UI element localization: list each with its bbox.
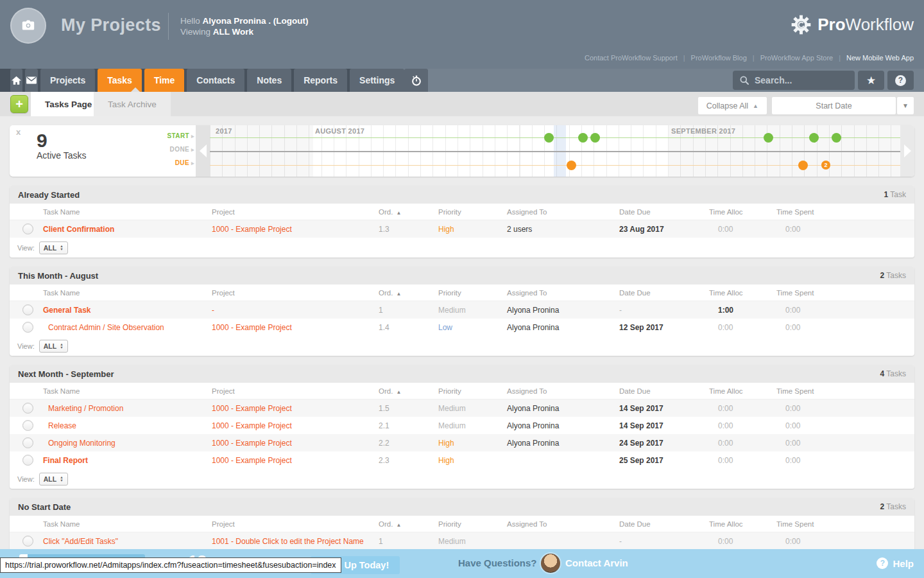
task-radio-button[interactable] bbox=[22, 304, 33, 315]
column-header[interactable]: Time Alloc bbox=[709, 520, 776, 528]
column-header[interactable]: Ord.▲ bbox=[379, 387, 438, 395]
task-radio-button[interactable] bbox=[22, 437, 33, 448]
column-header[interactable]: Date Due bbox=[619, 289, 709, 297]
task-start-dot[interactable] bbox=[578, 133, 588, 143]
column-header[interactable]: Time Alloc bbox=[709, 387, 776, 395]
project-link[interactable]: 1000 - Example Project bbox=[212, 404, 379, 413]
task-radio-button[interactable] bbox=[22, 420, 33, 431]
column-header[interactable]: Time Alloc bbox=[709, 289, 776, 297]
project-link[interactable]: 1001 - Double Click to edit the Project … bbox=[212, 537, 379, 546]
task-start-dot[interactable] bbox=[764, 133, 773, 143]
view-select[interactable]: ALL ▲▼ bbox=[39, 241, 68, 254]
section-header[interactable]: Already Started 1 Task bbox=[10, 186, 914, 204]
column-header[interactable]: Time Spent bbox=[776, 387, 914, 395]
nav-item-settings[interactable]: Settings bbox=[350, 69, 404, 92]
column-header[interactable]: Project bbox=[212, 208, 379, 216]
project-link[interactable]: 1000 - Example Project bbox=[212, 225, 379, 234]
logout-link[interactable]: (Logout) bbox=[273, 16, 309, 26]
column-header[interactable]: Priority bbox=[438, 520, 507, 528]
task-radio-button[interactable] bbox=[22, 455, 33, 466]
column-header[interactable]: Assigned To bbox=[507, 387, 619, 395]
column-header[interactable]: Project bbox=[212, 387, 379, 395]
project-link[interactable]: - bbox=[212, 306, 379, 315]
column-header[interactable]: Task Name bbox=[43, 289, 212, 297]
column-header[interactable]: Priority bbox=[438, 208, 507, 216]
task-radio-button[interactable] bbox=[22, 403, 33, 414]
task-name-link[interactable]: Marketing / Promotion bbox=[43, 404, 212, 413]
timeline-scroll-left-button[interactable] bbox=[196, 125, 210, 177]
favorites-button[interactable]: ★ bbox=[858, 71, 884, 90]
sort-dropdown-arrow[interactable]: ▼ bbox=[897, 97, 914, 114]
column-header[interactable]: Task Name bbox=[43, 208, 212, 216]
column-header[interactable]: Time Spent bbox=[776, 289, 914, 297]
header-link[interactable]: Contact ProWorkflow Support bbox=[585, 54, 678, 62]
nav-item-contacts[interactable]: Contacts bbox=[187, 69, 244, 92]
task-radio-button[interactable] bbox=[22, 536, 33, 547]
column-header[interactable]: Date Due bbox=[619, 387, 709, 395]
task-radio-button[interactable] bbox=[22, 223, 33, 234]
column-header[interactable]: Ord.▲ bbox=[379, 289, 438, 297]
contact-arvin-link[interactable]: Contact Arvin bbox=[565, 557, 628, 568]
task-start-dot[interactable] bbox=[590, 133, 600, 143]
column-header[interactable]: Task Name bbox=[43, 387, 212, 395]
task-due-dot[interactable] bbox=[798, 161, 808, 170]
column-header[interactable]: Time Spent bbox=[776, 520, 914, 528]
timeline-close-button[interactable]: x bbox=[16, 127, 21, 137]
timer-button[interactable] bbox=[404, 69, 428, 92]
project-link[interactable]: 1000 - Example Project bbox=[212, 323, 379, 332]
project-link[interactable]: 1000 - Example Project bbox=[212, 421, 379, 430]
nav-item-notes[interactable]: Notes bbox=[247, 69, 291, 92]
view-select[interactable]: ALL ▲▼ bbox=[39, 340, 68, 353]
help-link[interactable]: ?Help bbox=[877, 557, 914, 569]
column-header[interactable]: Task Name bbox=[43, 520, 212, 528]
task-name-link[interactable]: Ongoing Monitoring bbox=[43, 439, 212, 448]
column-header[interactable]: Time Spent bbox=[776, 208, 914, 216]
account-avatar[interactable] bbox=[10, 8, 46, 44]
section-header[interactable]: No Start Date 2 Tasks bbox=[10, 498, 914, 516]
home-nav-button[interactable] bbox=[10, 69, 22, 92]
nav-item-projects[interactable]: Projects bbox=[40, 69, 95, 92]
header-link[interactable]: New Mobile Web App bbox=[846, 54, 914, 62]
task-name-link[interactable]: Client Confirmation bbox=[43, 225, 212, 234]
help-button[interactable]: ? bbox=[887, 71, 914, 90]
task-name-link[interactable]: Contract Admin / Site Observation bbox=[43, 323, 212, 332]
column-header[interactable]: Assigned To bbox=[507, 520, 619, 528]
sort-select[interactable]: Start Date bbox=[772, 97, 896, 114]
column-header[interactable]: Project bbox=[212, 520, 379, 528]
task-name-link[interactable]: Click "Add/Edit Tasks" bbox=[43, 537, 212, 546]
column-header[interactable]: Ord.▲ bbox=[379, 208, 438, 216]
task-name-link[interactable]: General Task bbox=[43, 306, 212, 315]
column-header[interactable]: Date Due bbox=[619, 520, 709, 528]
search-box[interactable] bbox=[733, 71, 855, 90]
nav-item-time[interactable]: Time bbox=[144, 69, 184, 92]
column-header[interactable]: Ord.▲ bbox=[379, 520, 438, 528]
column-header[interactable]: Assigned To bbox=[507, 289, 619, 297]
task-name-link[interactable]: Final Report bbox=[43, 456, 212, 465]
section-header[interactable]: This Month - August 2 Tasks bbox=[10, 267, 914, 285]
column-header[interactable]: Priority bbox=[438, 289, 507, 297]
project-link[interactable]: 1000 - Example Project bbox=[212, 456, 379, 465]
search-input[interactable] bbox=[755, 75, 848, 85]
timeline-scroll-right-button[interactable] bbox=[900, 125, 914, 177]
collapse-all-button[interactable]: Collapse All▲ bbox=[698, 97, 767, 114]
task-name-link[interactable]: Release bbox=[43, 421, 212, 430]
add-button[interactable]: + bbox=[10, 95, 28, 113]
task-start-dot[interactable] bbox=[809, 133, 819, 143]
task-due-dot[interactable] bbox=[567, 161, 576, 170]
tab-task-archive[interactable]: Task Archive bbox=[94, 92, 171, 116]
column-header[interactable]: Assigned To bbox=[507, 208, 619, 216]
support-avatar[interactable] bbox=[541, 554, 560, 573]
view-select[interactable]: ALL ▲▼ bbox=[39, 473, 68, 486]
task-start-dot[interactable] bbox=[832, 133, 841, 143]
header-link[interactable]: ProWorkflow Blog bbox=[691, 54, 747, 62]
project-link[interactable]: 1000 - Example Project bbox=[212, 439, 379, 448]
column-header[interactable]: Priority bbox=[438, 387, 507, 395]
task-start-dot[interactable] bbox=[544, 133, 554, 143]
column-header[interactable]: Project bbox=[212, 289, 379, 297]
header-link[interactable]: ProWorkflow App Store bbox=[760, 54, 834, 62]
column-header[interactable]: Time Alloc bbox=[709, 208, 776, 216]
section-header[interactable]: Next Month - September 4 Tasks bbox=[10, 365, 914, 383]
column-header[interactable]: Date Due bbox=[619, 208, 709, 216]
task-radio-button[interactable] bbox=[22, 322, 33, 333]
nav-item-reports[interactable]: Reports bbox=[294, 69, 347, 92]
